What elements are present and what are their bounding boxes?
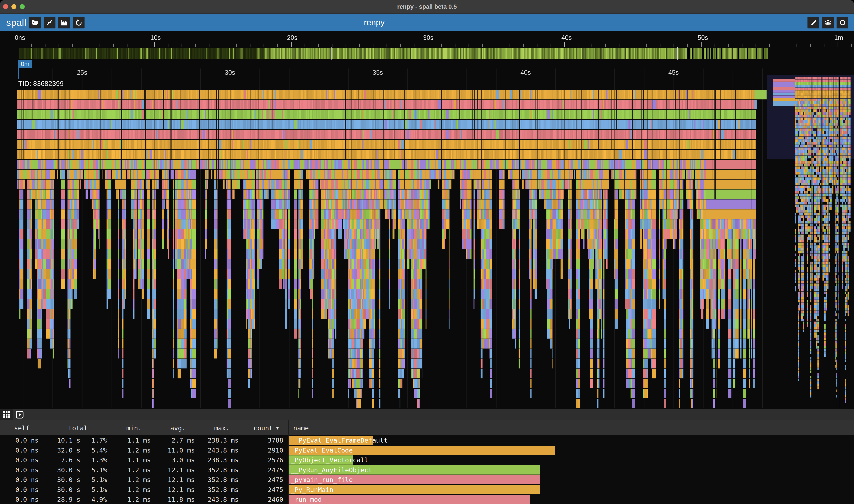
reset-icon bbox=[75, 19, 83, 26]
column-header-self[interactable]: self bbox=[0, 420, 44, 436]
table-row[interactable]: 0.0 ns32.0 s5.4%1.2 ms11.0 ms243.8 ms291… bbox=[0, 445, 854, 455]
cell-avg: 2.7 ms bbox=[156, 435, 200, 445]
timeline-tick-label: 40s bbox=[562, 34, 572, 41]
cell-self: 0.0 ns bbox=[0, 435, 44, 445]
cell-max: 238.3 ms bbox=[200, 435, 244, 445]
cell-count: 2475 bbox=[244, 485, 289, 494]
cell-count: 2475 bbox=[244, 475, 289, 485]
cell-count: 2910 bbox=[244, 445, 289, 455]
cell-self: 0.0 ns bbox=[0, 465, 44, 475]
track-tick-label: 45s bbox=[662, 69, 685, 76]
cell-total: 30.0 s5.1% bbox=[44, 465, 112, 475]
histogram-view-button[interactable] bbox=[58, 17, 70, 29]
cell-name: _PyEval_EvalCode bbox=[289, 445, 854, 455]
cell-count: 2576 bbox=[244, 455, 289, 465]
table-row[interactable]: 0.0 ns30.0 s5.1%1.2 ms12.1 ms352.8 ms247… bbox=[0, 465, 854, 475]
area-chart-icon bbox=[60, 19, 68, 26]
table-row[interactable]: 0.0 ns7.6 s1.3%1.1 ms3.0 ms238.3 ms2576_… bbox=[0, 455, 854, 465]
track-tick-label: 25s bbox=[71, 69, 93, 76]
thread-id-label: TID: 83682399 bbox=[18, 80, 64, 88]
document-title: renpy bbox=[343, 14, 405, 31]
cell-avg: 11.8 ms bbox=[156, 494, 200, 504]
cell-min: 1.2 ms bbox=[112, 494, 156, 504]
column-header-min[interactable]: min. bbox=[112, 420, 156, 436]
open-trace-button[interactable] bbox=[29, 17, 41, 29]
column-header-max[interactable]: max. bbox=[200, 420, 244, 436]
cell-count: 2460 bbox=[244, 494, 289, 504]
toolbar: spall bbox=[0, 14, 854, 31]
sort-indicator-icon: ▼ bbox=[276, 426, 279, 431]
cell-name: _pymain_run_file bbox=[289, 475, 854, 485]
cell-min: 1.1 ms bbox=[112, 435, 156, 445]
function-name: __PyRun_AnyFileObject bbox=[291, 465, 372, 475]
stats-toolbar bbox=[0, 409, 854, 420]
cell-self: 0.0 ns bbox=[0, 475, 44, 485]
cell-avg: 12.1 ms bbox=[156, 475, 200, 485]
cell-self: 0.0 ns bbox=[0, 485, 44, 494]
cell-min: 1.2 ms bbox=[112, 485, 156, 494]
table-row[interactable]: 0.0 ns30.0 s5.1%1.2 ms12.1 ms352.8 ms247… bbox=[0, 475, 854, 485]
cell-max: 243.8 ms bbox=[200, 494, 244, 504]
cell-total: 30.0 s5.1% bbox=[44, 475, 112, 485]
function-name: _Py_RunMain bbox=[291, 485, 333, 494]
app-window: renpy - spall beta 0.5 spall bbox=[0, 0, 854, 504]
table-row[interactable]: 0.0 ns10.1 s1.7%1.1 ms2.7 ms238.3 ms3788… bbox=[0, 435, 854, 445]
theme-button[interactable] bbox=[807, 17, 819, 29]
minute-marker-badge: 0m bbox=[18, 60, 32, 68]
debug-button[interactable] bbox=[822, 17, 834, 29]
grid-icon bbox=[3, 411, 10, 418]
cell-avg: 12.1 ms bbox=[156, 485, 200, 494]
cell-max: 238.3 ms bbox=[200, 455, 244, 465]
track-tick-label: 35s bbox=[366, 69, 389, 76]
titlebar[interactable]: renpy - spall beta 0.5 bbox=[0, 0, 854, 14]
cell-total: 30.0 s5.1% bbox=[44, 485, 112, 494]
window-title: renpy - spall beta 0.5 bbox=[0, 0, 854, 14]
cell-min: 1.1 ms bbox=[112, 455, 156, 465]
column-header-name[interactable]: name bbox=[289, 420, 854, 436]
reset-view-button[interactable] bbox=[73, 17, 85, 29]
bug-icon bbox=[824, 19, 832, 26]
cell-name: __PyEval_EvalFrameDefault bbox=[289, 435, 854, 445]
top-minimap[interactable] bbox=[19, 47, 767, 59]
cell-min: 1.2 ms bbox=[112, 465, 156, 475]
right-minimap[interactable] bbox=[767, 75, 854, 409]
expand-panel-button[interactable] bbox=[16, 411, 23, 418]
cell-max: 352.8 ms bbox=[200, 485, 244, 494]
cell-count: 2475 bbox=[244, 465, 289, 475]
cell-name: __PyRun_AnyFileObject bbox=[289, 465, 854, 475]
table-row[interactable]: 0.0 ns28.9 s4.9%1.2 ms11.8 ms243.8 ms246… bbox=[0, 494, 854, 504]
track-tick-label: 30s bbox=[218, 69, 241, 76]
cell-max: 352.8 ms bbox=[200, 475, 244, 485]
app-name: spall bbox=[6, 14, 26, 31]
cell-total: 7.6 s1.3% bbox=[44, 455, 112, 465]
cell-min: 1.2 ms bbox=[112, 445, 156, 455]
cell-self: 0.0 ns bbox=[0, 494, 44, 504]
grid-view-button[interactable] bbox=[0, 409, 13, 420]
column-header-avg[interactable]: avg. bbox=[156, 420, 200, 436]
cell-name: _Py_RunMain bbox=[289, 485, 854, 494]
track-tick-label: 40s bbox=[514, 69, 537, 76]
cell-min: 1.2 ms bbox=[112, 475, 156, 485]
record-button[interactable] bbox=[837, 17, 848, 29]
cell-count: 3788 bbox=[244, 435, 289, 445]
play-icon bbox=[19, 413, 21, 416]
cell-total: 32.0 s5.4% bbox=[44, 445, 112, 455]
timeline-tick-label: 20s bbox=[287, 34, 297, 41]
cell-avg: 12.1 ms bbox=[156, 465, 200, 475]
column-header-count[interactable]: count▼ bbox=[244, 420, 289, 436]
cell-name: _PyObject_Vectorcall bbox=[289, 455, 854, 465]
flame-graph[interactable] bbox=[0, 89, 767, 409]
function-name: _PyObject_Vectorcall bbox=[291, 455, 368, 465]
cell-max: 243.8 ms bbox=[200, 445, 244, 455]
cell-total: 28.9 s4.9% bbox=[44, 494, 112, 504]
column-header-total[interactable]: total bbox=[44, 420, 112, 436]
timeline-tick-label: 50s bbox=[698, 34, 708, 41]
stats-table-header: selftotalmin.avg.max.count▼name bbox=[0, 420, 854, 436]
collapse-view-button[interactable] bbox=[43, 17, 55, 29]
cell-name: _run_mod bbox=[289, 494, 854, 504]
cell-avg: 11.0 ms bbox=[156, 445, 200, 455]
timeline-tick-label: 0ns bbox=[15, 34, 25, 41]
function-name: _run_mod bbox=[291, 494, 322, 504]
table-row[interactable]: 0.0 ns30.0 s5.1%1.2 ms12.1 ms352.8 ms247… bbox=[0, 485, 854, 494]
cell-max: 352.8 ms bbox=[200, 465, 244, 475]
